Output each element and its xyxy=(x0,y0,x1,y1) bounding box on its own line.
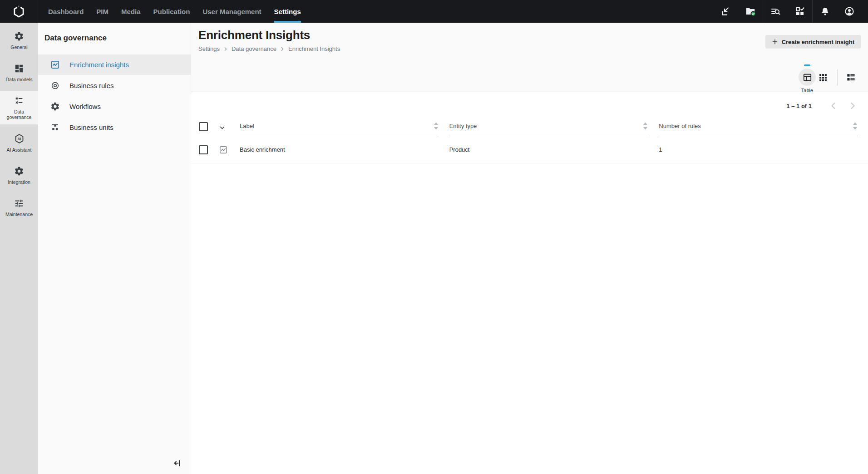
table-area: 1 – 1 of 1 xyxy=(191,92,868,474)
table-view-icon xyxy=(799,69,816,86)
chevron-right-icon xyxy=(223,47,228,51)
enrichment-insight-icon xyxy=(219,145,229,154)
account-icon xyxy=(844,6,855,17)
logo-icon xyxy=(13,5,25,18)
nav-pim[interactable]: PIM xyxy=(96,0,108,23)
sidebar-item-data-models[interactable]: Data models xyxy=(0,59,38,87)
sidebar-item-enrichment-insights[interactable]: Enrichment insights xyxy=(38,54,191,75)
gear-icon xyxy=(14,31,24,41)
chevron-right-icon xyxy=(280,47,285,51)
sidebar-item-label: General xyxy=(10,44,27,50)
primary-sidebar: General Data models Data governance xyxy=(0,23,38,474)
sidebar-item-workflows[interactable]: Workflows xyxy=(38,96,191,117)
cell-entity-type: Product xyxy=(449,146,648,153)
sort-icon[interactable] xyxy=(853,122,858,130)
sidebar-item-label: Data models xyxy=(6,77,33,82)
sidebar-item-business-rules[interactable]: Business rules xyxy=(38,75,191,96)
pagination-range: 1 – 1 of 1 xyxy=(786,103,812,109)
nav-publication[interactable]: Publication xyxy=(153,0,190,23)
view-option-table[interactable]: Table xyxy=(798,64,816,93)
column-header-entity-type[interactable]: Entity type xyxy=(449,122,648,136)
page-title: Enrichment Insights xyxy=(198,28,861,42)
secondary-sidebar: Data governance Enrichment insights xyxy=(38,23,191,474)
cell-label: Basic enrichment xyxy=(240,146,439,153)
next-page-button[interactable] xyxy=(846,99,859,112)
bell-icon xyxy=(820,6,830,17)
breadcrumb-settings[interactable]: Settings xyxy=(198,45,220,52)
search-activity-button[interactable] xyxy=(763,0,788,23)
sidebar-item-label: Integration xyxy=(8,179,30,185)
chevron-right-icon xyxy=(847,100,858,111)
table-row[interactable]: Basic enrichment Product 1 xyxy=(191,136,868,163)
breadcrumb-enrichment-insights[interactable]: Enrichment Insights xyxy=(288,45,340,52)
sort-icon[interactable] xyxy=(643,122,648,130)
page-header: Enrichment Insights Settings Data govern… xyxy=(191,23,868,92)
nav-dashboard[interactable]: Dashboard xyxy=(48,0,84,23)
main-content: Enrichment Insights Settings Data govern… xyxy=(191,23,868,474)
chevron-left-icon xyxy=(828,100,839,111)
svg-text:AI: AI xyxy=(17,137,21,141)
account-button[interactable] xyxy=(837,0,862,23)
asset-status-button[interactable] xyxy=(738,0,763,23)
notifications-button[interactable] xyxy=(813,0,837,23)
org-chart-icon xyxy=(50,123,60,132)
breadcrumb-data-governance[interactable]: Data governance xyxy=(232,45,276,52)
nav-media[interactable]: Media xyxy=(121,0,141,23)
breadcrumb: Settings Data governance Enrichment Insi… xyxy=(198,45,861,52)
sidebar-item-ai-assistant[interactable]: AI AI Assistant xyxy=(0,128,38,157)
target-icon xyxy=(50,81,60,90)
secondary-sidebar-list: Enrichment insights Business rules Workf… xyxy=(38,54,191,138)
export-icon xyxy=(720,6,731,17)
view-option-records[interactable] xyxy=(846,72,856,83)
sidebar-item-general[interactable]: General xyxy=(0,26,38,54)
view-option-grid[interactable] xyxy=(818,73,828,83)
nav-settings[interactable]: Settings xyxy=(274,0,301,23)
column-header-label[interactable]: Label xyxy=(240,122,439,136)
data-governance-icon xyxy=(14,96,24,106)
cell-number-of-rules: 1 xyxy=(659,146,858,153)
sidebar-item-label: AI Assistant xyxy=(7,147,32,153)
previous-page-button[interactable] xyxy=(827,99,840,112)
grid-view-icon xyxy=(818,73,828,83)
nav-user-management[interactable]: User Management xyxy=(202,0,261,23)
sidebar-item-maintenance[interactable]: Maintenance xyxy=(0,193,38,222)
ai-assistant-icon: AI xyxy=(14,133,25,144)
secondary-sidebar-title: Data governance xyxy=(38,23,191,43)
tasks-check-icon xyxy=(794,6,805,17)
records-view-icon xyxy=(846,72,856,83)
nav-actions xyxy=(714,0,868,23)
top-navigation: Dashboard PIM Media Publication User Man… xyxy=(0,0,868,23)
gear-icon xyxy=(14,166,24,176)
create-button-label: Create enrichment insight xyxy=(782,39,854,45)
export-button[interactable] xyxy=(714,0,738,23)
create-enrichment-insight-button[interactable]: Create enrichment insight xyxy=(765,35,861,49)
enrichment-insights-icon xyxy=(50,60,60,69)
app-logo[interactable] xyxy=(0,0,38,23)
row-checkbox[interactable] xyxy=(199,145,208,154)
collapse-left-icon xyxy=(173,458,182,468)
gear-icon xyxy=(50,102,60,111)
insights-table: Label Entity type Number of rules xyxy=(191,122,868,163)
main-menu: Dashboard PIM Media Publication User Man… xyxy=(48,0,301,23)
tasks-button[interactable] xyxy=(788,0,812,23)
view-switcher: Table xyxy=(798,64,856,93)
column-header-number-of-rules[interactable]: Number of rules xyxy=(659,122,858,136)
collapse-sidebar-button[interactable] xyxy=(173,458,182,468)
chevron-down-icon xyxy=(219,124,226,131)
data-models-icon xyxy=(14,64,24,74)
sidebar-item-label: Maintenance xyxy=(5,212,33,217)
view-divider xyxy=(837,69,838,86)
select-all-checkbox[interactable] xyxy=(199,122,208,131)
plus-icon xyxy=(772,39,778,45)
sidebar-item-data-governance[interactable]: Data governance xyxy=(0,91,38,124)
sidebar-item-business-units[interactable]: Business units xyxy=(38,117,191,138)
table-header-row: Label Entity type Number of rules xyxy=(191,122,868,136)
search-list-icon xyxy=(770,6,781,17)
bulk-actions-dropdown[interactable] xyxy=(219,124,229,131)
active-view-indicator xyxy=(804,64,810,66)
sort-icon[interactable] xyxy=(434,122,439,130)
sidebar-item-integration[interactable]: Integration xyxy=(0,161,38,189)
sliders-icon xyxy=(14,198,24,208)
pagination: 1 – 1 of 1 xyxy=(191,92,868,112)
sidebar-item-label: Enrichment insights xyxy=(69,61,129,69)
